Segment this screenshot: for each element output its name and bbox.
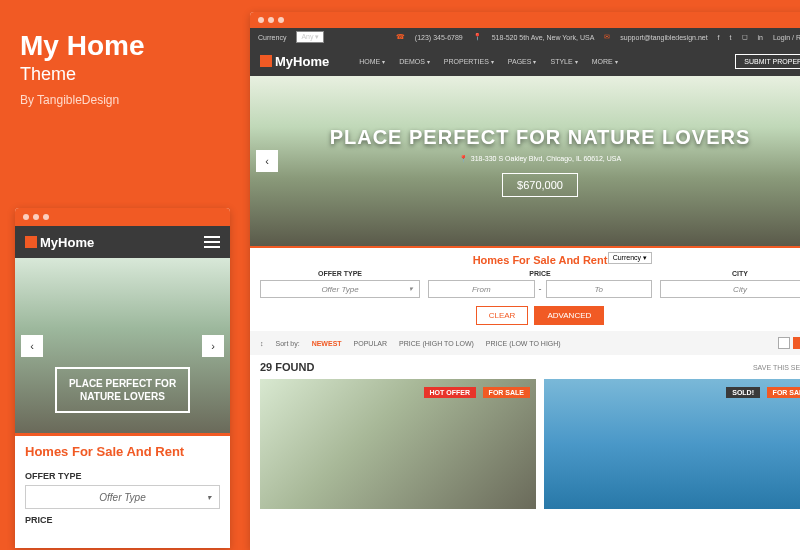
pin-icon: 📍 bbox=[473, 33, 482, 41]
promo-block: My Home Theme By TangibleDesign bbox=[20, 30, 144, 107]
hero-address: 📍 318-330 S Oakley Blvd, Chicago, IL 606… bbox=[459, 155, 621, 163]
login-link[interactable]: Login / Register bbox=[773, 34, 800, 41]
mail-icon: ✉ bbox=[604, 33, 610, 41]
sort-price-high[interactable]: PRICE (HIGH TO LOW) bbox=[399, 340, 474, 347]
price-from-input[interactable]: From bbox=[428, 280, 535, 298]
card-view-icon[interactable] bbox=[793, 337, 800, 349]
offer-type-label: OFFER TYPE bbox=[15, 467, 230, 483]
mobile-hero-caption: PLACE PERFECT FOR NATURE LOVERS bbox=[55, 367, 190, 413]
nav-more[interactable]: MORE▾ bbox=[586, 54, 624, 69]
phone-icon: ☎ bbox=[396, 33, 405, 41]
offer-type-value: Offer Type bbox=[99, 492, 146, 503]
hero-price: $670,000 bbox=[502, 173, 578, 197]
mobile-header: MyHome bbox=[15, 226, 230, 258]
logo-icon bbox=[25, 236, 37, 248]
price-separator: - bbox=[539, 284, 542, 294]
hamburger-icon[interactable] bbox=[204, 236, 220, 248]
nav-demos[interactable]: DEMOS▾ bbox=[393, 54, 436, 69]
next-arrow-icon[interactable]: › bbox=[202, 335, 224, 357]
nav-pages[interactable]: PAGES▾ bbox=[502, 54, 543, 69]
currency-label: Currency bbox=[258, 34, 286, 41]
grid-view-icon[interactable] bbox=[778, 337, 790, 349]
window-dot bbox=[23, 214, 29, 220]
promo-byline: By TangibleDesign bbox=[20, 93, 144, 107]
desktop-preview: Currency Any ▾ ☎ (123) 345-6789 📍 518-52… bbox=[250, 12, 800, 550]
offer-type-label: OFFER TYPE bbox=[318, 270, 362, 277]
pin-icon: 📍 bbox=[459, 155, 468, 163]
city-col: CITY City▾ bbox=[660, 270, 800, 298]
for-sale-badge: FOR SALE bbox=[767, 387, 800, 398]
mobile-hero: ‹ › PLACE PERFECT FOR NATURE LOVERS bbox=[15, 258, 230, 433]
window-dot bbox=[43, 214, 49, 220]
promo-title: My Home bbox=[20, 30, 144, 62]
sort-label: Sort by: bbox=[276, 340, 300, 347]
nav-home[interactable]: HOME▾ bbox=[353, 54, 391, 69]
desktop-logo[interactable]: MyHome bbox=[260, 54, 329, 69]
price-label: PRICE bbox=[529, 270, 550, 277]
sort-icon: ↕ bbox=[260, 340, 264, 347]
sort-row: ↕ Sort by: NEWEST POPULAR PRICE (HIGH TO… bbox=[250, 331, 800, 355]
sort-price-low[interactable]: PRICE (LOW TO HIGH) bbox=[486, 340, 561, 347]
promo-subtitle: Theme bbox=[20, 64, 144, 85]
address-text: 518-520 5th Ave, New York, USA bbox=[492, 34, 595, 41]
offer-type-col: OFFER TYPE Offer Type▾ bbox=[260, 270, 420, 298]
logo-icon bbox=[260, 55, 272, 67]
save-search-link[interactable]: SAVE THIS SEARCH bbox=[753, 364, 800, 371]
window-dot bbox=[258, 17, 264, 23]
hot-offer-badge: HOT OFFER bbox=[424, 387, 476, 398]
currency-select[interactable]: Any ▾ bbox=[296, 31, 324, 43]
search-panel: Homes For Sale And Rent OFFER TYPE Offer… bbox=[250, 246, 800, 331]
window-dot bbox=[278, 17, 284, 23]
price-to-input[interactable]: To bbox=[546, 280, 653, 298]
search-title: Homes For Sale And Rent bbox=[260, 254, 800, 266]
hero-line-2: NATURE LOVERS bbox=[69, 390, 176, 403]
mobile-search-panel: Homes For Sale And Rent OFFER TYPE Offer… bbox=[15, 433, 230, 527]
logo-text: MyHome bbox=[275, 54, 329, 69]
chevron-down-icon: ▾ bbox=[491, 58, 494, 65]
nav-style[interactable]: STYLE▾ bbox=[544, 54, 583, 69]
price-col: Currency ▾ PRICE From - To bbox=[428, 270, 652, 298]
facebook-icon[interactable]: f bbox=[718, 34, 720, 41]
offer-type-select[interactable]: Offer Type ▾ bbox=[25, 485, 220, 509]
mobile-window-bar bbox=[15, 208, 230, 226]
sort-popular[interactable]: POPULAR bbox=[354, 340, 387, 347]
nav-properties[interactable]: PROPERTIES▾ bbox=[438, 54, 500, 69]
advanced-button[interactable]: ADVANCED bbox=[534, 306, 604, 325]
twitter-icon[interactable]: t bbox=[730, 34, 732, 41]
submit-property-button[interactable]: SUBMIT PROPERTY bbox=[735, 54, 800, 69]
window-dot bbox=[33, 214, 39, 220]
for-sale-badge: FOR SALE bbox=[483, 387, 530, 398]
city-select[interactable]: City▾ bbox=[660, 280, 800, 298]
chevron-down-icon: ▾ bbox=[207, 493, 211, 502]
sort-newest[interactable]: NEWEST bbox=[312, 340, 342, 347]
prev-arrow-icon[interactable]: ‹ bbox=[21, 335, 43, 357]
city-label: CITY bbox=[732, 270, 748, 277]
currency-mini-select[interactable]: Currency ▾ bbox=[608, 252, 652, 264]
mobile-logo[interactable]: MyHome bbox=[25, 235, 94, 250]
email-text: support@tangibledesign.net bbox=[620, 34, 707, 41]
chevron-down-icon: ▾ bbox=[409, 285, 413, 293]
window-dot bbox=[268, 17, 274, 23]
offer-type-select[interactable]: Offer Type▾ bbox=[260, 280, 420, 298]
property-card[interactable]: SOLD! FOR SALE bbox=[544, 379, 800, 509]
results-header: 29 FOUND SAVE THIS SEARCH bbox=[250, 355, 800, 379]
instagram-icon[interactable]: ◻ bbox=[742, 33, 748, 41]
top-strip: Currency Any ▾ ☎ (123) 345-6789 📍 518-52… bbox=[250, 28, 800, 46]
property-cards: HOT OFFER FOR SALE SOLD! FOR SALE bbox=[250, 379, 800, 509]
price-label: PRICE bbox=[15, 511, 230, 527]
chevron-down-icon: ▾ bbox=[615, 58, 618, 65]
hero-title: PLACE PERFECT FOR NATURE LOVERS bbox=[330, 126, 751, 149]
sold-badge: SOLD! bbox=[726, 387, 760, 398]
clear-button[interactable]: CLEAR bbox=[476, 306, 529, 325]
main-nav: MyHome HOME▾ DEMOS▾ PROPERTIES▾ PAGES▾ S… bbox=[250, 46, 800, 76]
chevron-down-icon: ▾ bbox=[382, 58, 385, 65]
prev-arrow-icon[interactable]: ‹ bbox=[256, 150, 278, 172]
results-count: 29 FOUND bbox=[260, 361, 314, 373]
desktop-window-bar bbox=[250, 12, 800, 28]
property-card[interactable]: HOT OFFER FOR SALE bbox=[260, 379, 536, 509]
chevron-down-icon: ▾ bbox=[533, 58, 536, 65]
linkedin-icon[interactable]: in bbox=[758, 34, 763, 41]
mobile-search-title: Homes For Sale And Rent bbox=[15, 433, 230, 467]
hero-line-1: PLACE PERFECT FOR bbox=[69, 377, 176, 390]
desktop-hero: ‹ › PLACE PERFECT FOR NATURE LOVERS 📍 31… bbox=[250, 76, 800, 246]
